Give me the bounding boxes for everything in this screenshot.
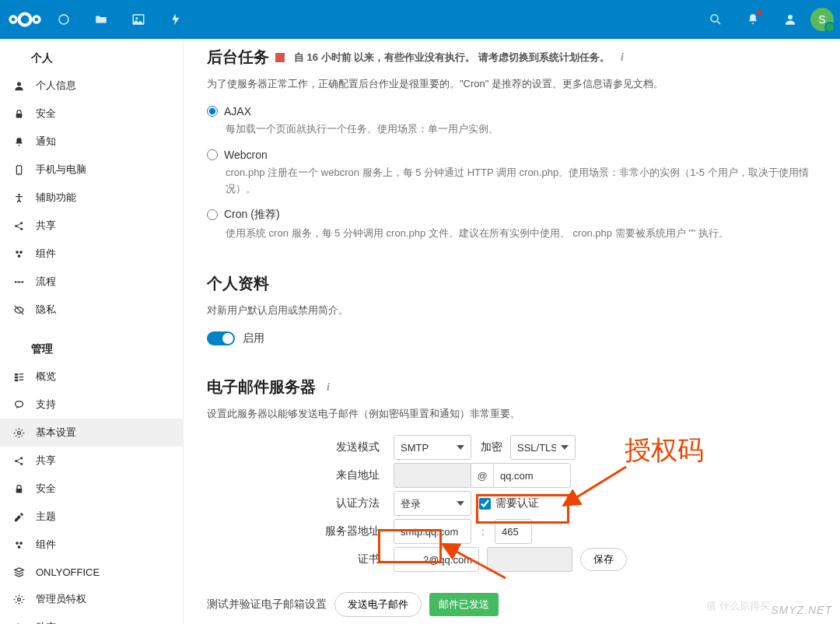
sidebar-item-label: 动态: [36, 620, 56, 624]
svg-point-21: [21, 281, 23, 283]
server-address-input[interactable]: [394, 519, 471, 544]
sidebar-item-label: 概览: [36, 370, 56, 384]
sidebar-section-admin: 管理: [0, 335, 183, 363]
sidebar-item-label: 辅助功能: [36, 191, 76, 205]
sidebar-item-theme[interactable]: 主题: [0, 503, 183, 531]
bg-option-2: Cron (推荐)使用系统 cron 服务，每 5 分钟调用 cron.php …: [207, 208, 817, 242]
sidebar-item-bolt[interactable]: 动态: [0, 613, 183, 624]
sidebar-item-gear[interactable]: 基本设置: [0, 419, 183, 447]
sidebar-item-support[interactable]: 支持: [0, 391, 183, 419]
sidebar-section-personal: 个人: [0, 44, 183, 72]
sidebar-item-share[interactable]: 共享: [0, 447, 183, 475]
sidebar-item-label: 手机与电脑: [36, 163, 86, 177]
profile-section: 个人资料 对新用户默认启用或禁用简介。 启用: [207, 273, 817, 345]
mobile-icon: [12, 163, 25, 176]
watermark-brand: 值 什么原得买: [706, 599, 770, 613]
sidebar-item-access[interactable]: 辅助功能: [0, 184, 183, 212]
bg-option-1: Webcroncron.php 注册在一个 webcron 服务上，每 5 分钟…: [207, 149, 817, 198]
nextcloud-logo[interactable]: [6, 7, 44, 32]
sidebar-item-lock[interactable]: 安全: [0, 100, 183, 128]
sidebar-item-label: 安全: [36, 107, 56, 121]
sidebar-item-label: 安全: [36, 482, 56, 496]
svg-rect-27: [19, 379, 23, 380]
sidebar-item-addon[interactable]: 组件: [0, 240, 183, 268]
sidebar-item-eyeoff[interactable]: 隐私: [0, 296, 183, 324]
sidebar-item-lock[interactable]: 安全: [0, 475, 183, 503]
bg-radio[interactable]: [207, 209, 218, 220]
profile-enable-toggle[interactable]: [207, 331, 235, 345]
bg-option-sub: 每加载一个页面就执行一个任务。使用场景：单一用户实例。: [226, 121, 817, 138]
sidebar-item-bell[interactable]: 通知: [0, 128, 183, 156]
sidebar-item-addon[interactable]: 组件: [0, 531, 183, 559]
cert-password-input[interactable]: [487, 547, 572, 572]
email-server-section: 电子邮件服务器 i 设置此服务器以能够发送电子邮件（例如密码重置和通知）非常重要…: [207, 377, 817, 617]
svg-point-35: [19, 542, 23, 545]
svg-point-20: [18, 281, 20, 283]
notifications-icon[interactable]: [736, 2, 770, 37]
photos-icon[interactable]: [121, 2, 156, 37]
sidebar-item-share[interactable]: 共享: [0, 212, 183, 240]
cert-user-input[interactable]: [394, 547, 479, 572]
label-cert: 证书: [207, 552, 386, 566]
bg-radio[interactable]: [207, 106, 218, 117]
from-user-input[interactable]: [394, 463, 471, 488]
sidebar-item-label: 组件: [36, 247, 56, 261]
svg-rect-33: [16, 488, 22, 493]
user-icon: [12, 79, 25, 92]
save-button[interactable]: 保存: [580, 548, 627, 571]
files-icon[interactable]: [84, 2, 118, 37]
need-auth-checkbox[interactable]: [479, 498, 491, 510]
info-icon[interactable]: i: [327, 381, 330, 394]
svg-point-14: [20, 222, 23, 224]
svg-point-32: [20, 462, 23, 464]
auth-method-select[interactable]: 登录: [394, 491, 471, 516]
background-jobs-section: 后台任务 自 16 小时前 以来，有些作业没有执行。 请考虑切换到系统计划任务。…: [207, 47, 817, 242]
server-port-input[interactable]: [495, 519, 532, 544]
port-colon: :: [479, 526, 487, 538]
svg-point-18: [17, 254, 20, 258]
send-mode-select[interactable]: SMTP: [394, 435, 471, 460]
label-server: 服务器地址: [207, 524, 386, 538]
dashboard-icon[interactable]: [47, 2, 81, 37]
sidebar-item-stack[interactable]: ONLYOFFICE: [0, 559, 183, 585]
annotation-authcode-label: 授权码: [625, 433, 704, 468]
sidebar-item-user[interactable]: 个人信息: [0, 72, 183, 100]
bg-option-title: AJAX: [224, 105, 251, 117]
eyeoff-icon: [12, 303, 25, 316]
mail-title: 电子邮件服务器 i: [207, 377, 817, 398]
send-test-email-button[interactable]: 发送电子邮件: [334, 592, 422, 617]
svg-point-36: [17, 545, 20, 549]
sidebar-item-label: 主题: [36, 510, 56, 524]
bg-title: 后台任务 自 16 小时前 以来，有些作业没有执行。 请考虑切换到系统计划任务。…: [207, 47, 817, 68]
info-icon[interactable]: i: [621, 51, 624, 64]
sidebar-item-flow[interactable]: 流程: [0, 268, 183, 296]
need-auth-label: 需要认证: [495, 496, 539, 510]
sidebar-item-mobile[interactable]: 手机与电脑: [0, 156, 183, 184]
settings-sidebar: 个人 个人信息安全通知手机与电脑辅助功能共享组件流程隐私 管理 概览支持基本设置…: [0, 39, 184, 624]
svg-point-17: [19, 251, 23, 254]
sidebar-item-gear[interactable]: 管理员特权: [0, 585, 183, 613]
svg-rect-26: [19, 376, 23, 377]
from-domain-input[interactable]: [493, 463, 571, 488]
bg-radio[interactable]: [207, 149, 218, 160]
search-icon[interactable]: [698, 2, 733, 37]
activity-icon[interactable]: [159, 2, 193, 37]
svg-point-1: [10, 16, 16, 23]
svg-point-29: [17, 431, 20, 434]
avatar[interactable]: S: [810, 8, 834, 31]
svg-point-7: [788, 15, 793, 19]
sidebar-item-label: 支持: [36, 398, 56, 412]
svg-point-37: [17, 598, 20, 601]
contacts-icon[interactable]: [773, 2, 807, 37]
sidebar-item-overview[interactable]: 概览: [0, 363, 183, 391]
bg-desc: 为了使服务器正常工作，正确配置后台作业是很重要的。"Cron" 是推荐的设置。更…: [207, 75, 817, 93]
label-send-mode: 发送模式: [207, 440, 386, 454]
profile-desc: 对新用户默认启用或禁用简介。: [207, 302, 817, 319]
app-header: S: [0, 0, 840, 39]
encryption-select[interactable]: SSL/TLS: [510, 435, 576, 460]
bg-warning: 自 16 小时前 以来，有些作业没有执行。 请考虑切换到系统计划任务。: [294, 51, 610, 65]
access-icon: [12, 191, 25, 204]
svg-point-8: [17, 82, 21, 86]
sidebar-item-label: 隐私: [36, 303, 56, 317]
sidebar-item-label: 管理员特权: [36, 592, 86, 606]
